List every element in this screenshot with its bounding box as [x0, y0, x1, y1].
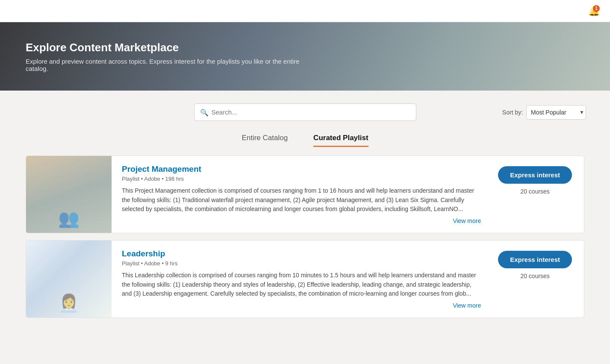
card-title-leadership[interactable]: Leadership: [122, 249, 481, 258]
content-area: Project Management Playlist • Adobe • 19…: [0, 156, 610, 342]
hero-banner: Explore Content Marketplace Explore and …: [0, 22, 610, 91]
search-icon: 🔍: [200, 108, 209, 116]
search-wrapper: 🔍: [194, 103, 416, 121]
card-body-project-management: Project Management Playlist • Adobe • 19…: [112, 156, 491, 233]
notification-button[interactable]: 🔔 1: [586, 3, 601, 19]
sort-area: Sort by: Most Popular Newest A-Z ▼: [502, 105, 584, 120]
hero-title: Explore Content Marketplace: [26, 41, 584, 54]
tab-curated-playlist[interactable]: Curated Playlist: [313, 134, 368, 147]
card-desc-leadership: This Leadership collection is comprised …: [122, 271, 481, 299]
card-actions-project-management: Express interest 20 courses: [491, 156, 584, 203]
view-more-project-management[interactable]: View more: [122, 217, 481, 224]
sort-label: Sort by:: [502, 109, 523, 116]
card-meta-leadership: Playlist • Adobe • 9 hrs: [122, 260, 481, 267]
hero-subtitle: Explore and preview content across topic…: [26, 58, 316, 72]
playlist-card-leadership: Leadership Playlist • Adobe • 9 hrs This…: [26, 240, 584, 318]
card-desc-project-management: This Project Management collection is co…: [122, 186, 481, 214]
courses-count-project-management: 20 courses: [520, 188, 549, 195]
playlist-card-project-management: Project Management Playlist • Adobe • 19…: [26, 156, 584, 233]
card-body-leadership: Leadership Playlist • Adobe • 9 hrs This…: [112, 241, 491, 317]
card-actions-leadership: Express interest 20 courses: [491, 241, 584, 288]
tabs: Entire Catalog Curated Playlist: [0, 129, 610, 156]
view-more-leadership[interactable]: View more: [122, 302, 481, 309]
card-image-leadership: [26, 241, 112, 317]
card-meta-project-management: Playlist • Adobe • 198 hrs: [122, 176, 481, 182]
express-interest-button-leadership[interactable]: Express interest: [498, 251, 572, 268]
top-bar: 🔔 1: [0, 0, 610, 22]
tab-entire-catalog[interactable]: Entire Catalog: [242, 134, 288, 147]
express-interest-button-project-management[interactable]: Express interest: [498, 166, 572, 184]
card-title-project-management[interactable]: Project Management: [122, 164, 481, 174]
controls-bar: 🔍 Sort by: Most Popular Newest A-Z ▼: [0, 91, 610, 129]
notification-badge: 1: [593, 5, 600, 12]
card-image-project-management: [26, 156, 112, 233]
courses-count-leadership: 20 courses: [520, 273, 549, 279]
sort-select[interactable]: Most Popular Newest A-Z: [526, 105, 586, 120]
search-input[interactable]: [194, 103, 416, 121]
hero-content: Explore Content Marketplace Explore and …: [26, 41, 584, 72]
